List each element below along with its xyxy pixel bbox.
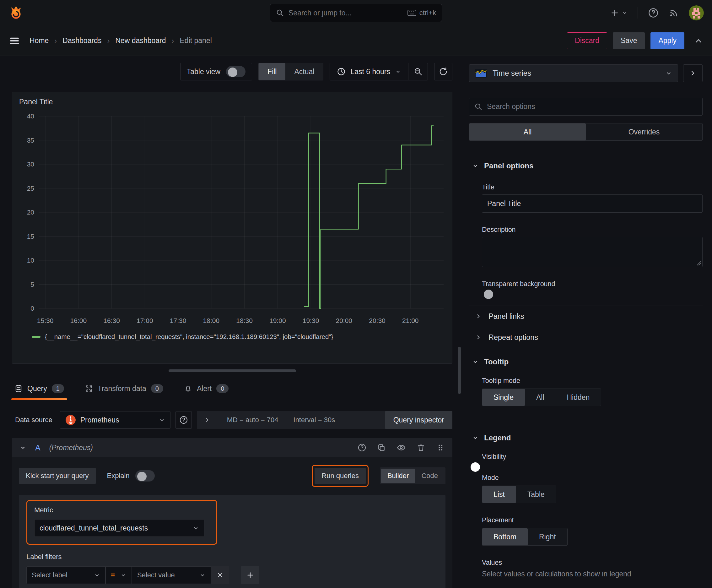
tooltip-mode-field: Tooltip mode Single All Hidden: [482, 377, 703, 406]
chevron-down-icon: [472, 163, 478, 169]
add-filter-button[interactable]: [241, 566, 259, 584]
zoom-out-button[interactable]: [408, 63, 428, 80]
tab-transform[interactable]: Transform data 0: [84, 382, 164, 400]
zoom-out-icon: [414, 67, 423, 76]
remove-filter-button[interactable]: [211, 566, 229, 584]
breadcrumb-new-dashboard[interactable]: New dashboard: [115, 37, 166, 45]
tooltip-mode-single[interactable]: Single: [482, 389, 525, 406]
breadcrumb-home[interactable]: Home: [29, 37, 49, 45]
tooltip-mode-hidden[interactable]: Hidden: [556, 389, 601, 406]
tooltip-mode-all[interactable]: All: [525, 389, 556, 406]
chevron-right-icon: [475, 334, 481, 340]
resize-grip[interactable]: [697, 261, 701, 266]
query-inspector-button[interactable]: Query inspector: [385, 411, 452, 429]
code-option[interactable]: Code: [415, 469, 444, 483]
plus-icon: [246, 571, 254, 579]
trash-icon[interactable]: [416, 443, 425, 452]
tab-query-count: 1: [52, 384, 64, 393]
main-scrollbar[interactable]: [458, 347, 461, 394]
time-range-picker[interactable]: Last 6 hours: [330, 63, 408, 80]
section-repeat-options[interactable]: Repeat options: [469, 327, 703, 348]
title-label: Title: [482, 184, 703, 191]
table-view-toggle[interactable]: [226, 66, 245, 77]
expand-stats-button[interactable]: [204, 417, 211, 423]
panel-toolbar: Table view Fill Actual Last 6 hours: [12, 63, 452, 80]
chevron-down-icon: [472, 435, 478, 441]
legend-placement-field: Placement Bottom Right: [482, 517, 703, 546]
section-panel-links[interactable]: Panel links: [469, 306, 703, 327]
section-legend[interactable]: Legend: [469, 434, 703, 442]
save-button[interactable]: Save: [613, 33, 645, 49]
legend-placement-right[interactable]: Right: [528, 528, 567, 545]
close-icon: [216, 571, 224, 579]
transform-icon: [85, 384, 93, 393]
query-ref-id[interactable]: A: [35, 443, 41, 452]
datasource-picker[interactable]: Prometheus: [60, 411, 170, 429]
avatar[interactable]: [689, 5, 704, 20]
live-button[interactable]: [669, 8, 679, 18]
svg-text:16:00: 16:00: [70, 317, 87, 324]
builder-option[interactable]: Builder: [381, 469, 415, 483]
options-search-input[interactable]: [487, 102, 697, 111]
chevron-down-icon: [395, 68, 401, 75]
explain-toggle[interactable]: [135, 470, 155, 482]
fill-option[interactable]: Fill: [259, 63, 285, 80]
panel-title-input[interactable]: [482, 194, 703, 213]
search-input[interactable]: [288, 9, 403, 17]
legend-mode-table[interactable]: Table: [516, 486, 556, 503]
legend-series-label[interactable]: {__name__="cloudflared_tunnel_total_requ…: [45, 333, 333, 340]
select-value-placeholder: Select value: [137, 571, 175, 579]
grafana-logo[interactable]: [8, 5, 24, 21]
svg-text:40: 40: [27, 112, 34, 120]
description-textarea[interactable]: [482, 237, 703, 267]
metric-select[interactable]: cloudflared_tunnel_total_requests: [34, 519, 204, 537]
tab-alert-count: 0: [216, 384, 229, 393]
discard-button[interactable]: Discard: [567, 33, 607, 49]
legend-mode-list[interactable]: List: [482, 486, 516, 503]
query-row-header[interactable]: A (Prometheus): [12, 438, 452, 457]
operator-dropdown[interactable]: =: [106, 566, 132, 584]
run-queries-button[interactable]: Run queries: [315, 468, 366, 484]
breadcrumb-dashboards[interactable]: Dashboards: [63, 37, 102, 45]
tab-query[interactable]: Query 1: [14, 382, 65, 400]
section-tooltip[interactable]: Tooltip: [469, 357, 703, 366]
section-panel-options[interactable]: Panel options: [469, 162, 703, 170]
hamburger-icon: [9, 35, 20, 46]
panel-actions: Discard Save Apply: [567, 33, 703, 49]
options-search[interactable]: [469, 98, 703, 115]
tab-alert[interactable]: Alert 0: [184, 382, 229, 400]
label-filter-row: Select label =: [26, 566, 438, 584]
time-series-chart[interactable]: 051015202530354015:3016:0016:3017:0017:3…: [19, 111, 445, 331]
select-label-dropdown[interactable]: Select label: [26, 566, 106, 584]
collapse-query-button[interactable]: [19, 444, 26, 451]
filter-tab-overrides[interactable]: Overrides: [586, 123, 702, 141]
filter-tab-all[interactable]: All: [469, 123, 586, 141]
collapse-header-button[interactable]: [694, 36, 703, 45]
help-icon[interactable]: [358, 443, 366, 452]
viz-picker[interactable]: Time series: [469, 64, 678, 82]
add-new-button[interactable]: [610, 8, 628, 18]
menu-toggle-button[interactable]: [9, 35, 20, 46]
chart-panel: Panel Title 051015202530354015:3016:0016…: [12, 92, 452, 364]
search-bar[interactable]: ctrl+k: [270, 4, 442, 22]
apply-button[interactable]: Apply: [650, 33, 684, 49]
chevron-right-icon: [204, 417, 211, 423]
drag-handle-icon[interactable]: [436, 443, 445, 452]
legend-placement-bottom[interactable]: Bottom: [482, 528, 528, 545]
tab-alert-label: Alert: [197, 384, 212, 393]
open-viz-list-button[interactable]: [683, 64, 703, 82]
svg-text:18:30: 18:30: [236, 317, 253, 324]
query-editor-row: A (Prometheus): [12, 438, 452, 588]
explain-label: Explain: [107, 472, 130, 480]
refresh-button[interactable]: [434, 63, 452, 80]
actual-option[interactable]: Actual: [285, 63, 323, 80]
kickstart-button[interactable]: Kick start your query: [19, 468, 96, 484]
panel-resize-handle[interactable]: [169, 370, 296, 372]
datasource-help-button[interactable]: [175, 411, 192, 429]
duplicate-icon[interactable]: [377, 443, 386, 452]
help-button[interactable]: [648, 7, 659, 18]
legend-mode-field: Mode List Table: [482, 474, 703, 503]
select-value-dropdown[interactable]: Select value: [132, 566, 211, 584]
eye-icon[interactable]: [396, 443, 406, 452]
topbar-actions: [610, 5, 704, 20]
